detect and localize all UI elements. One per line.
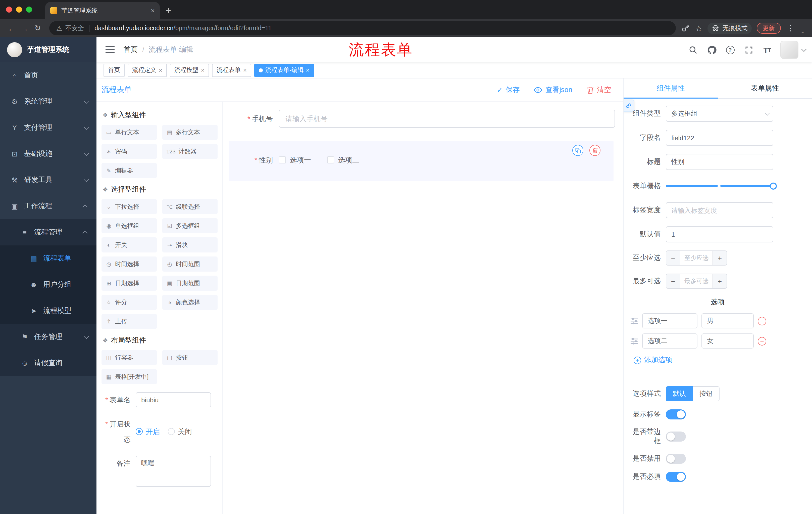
checkbox-icon[interactable] — [327, 156, 334, 163]
sidebar-item-task-management[interactable]: ⚑ 任务管理 — [0, 324, 96, 350]
palette-item[interactable]: ▦ 表格[开发中] — [102, 369, 157, 384]
decrement-button[interactable]: − — [666, 251, 680, 265]
fullscreen-icon[interactable] — [743, 44, 754, 55]
copy-component-button[interactable] — [572, 145, 583, 156]
tag-home[interactable]: 首页 — [104, 64, 125, 77]
gender-field-row[interactable]: 性别 选项一 选项二 — [229, 151, 613, 169]
increment-button[interactable]: + — [713, 251, 727, 265]
window-minimize-button[interactable] — [16, 6, 22, 12]
palette-item[interactable]: ▭ 单行文本 — [102, 125, 157, 140]
label-width-input[interactable] — [666, 202, 773, 218]
grid-slider[interactable] — [666, 178, 773, 194]
sidebar-item-home[interactable]: ⌂ 首页 — [0, 62, 96, 88]
style-button-button[interactable]: 按钮 — [692, 386, 720, 401]
default-value-input[interactable] — [666, 226, 773, 242]
palette-item[interactable]: ↥ 上传 — [102, 314, 157, 329]
user-menu[interactable] — [780, 41, 805, 59]
link-toggle-button[interactable] — [623, 100, 634, 112]
palette-item[interactable]: ▣ 日期范围 — [162, 276, 218, 291]
palette-item[interactable]: ⌥ 级联选择 — [162, 199, 218, 214]
browser-menu-icon[interactable]: ⋮ — [786, 24, 795, 33]
disabled-toggle[interactable] — [666, 454, 686, 464]
sidebar-item-process-model[interactable]: ➤ 流程模型 — [0, 298, 96, 324]
search-icon[interactable] — [687, 44, 698, 55]
sidebar-item-devtools[interactable]: ⚒ 研发工具 — [0, 167, 96, 193]
forward-icon[interactable]: → — [18, 22, 31, 35]
form-name-input[interactable] — [136, 392, 211, 407]
sidebar-item-process-form[interactable]: ▤ 流程表单 — [0, 245, 96, 272]
remark-textarea[interactable] — [136, 456, 211, 487]
option-value-input[interactable] — [701, 333, 754, 349]
reload-icon[interactable]: ↻ — [31, 22, 44, 35]
sidebar-item-user-groups[interactable]: ☻ 用户分组 — [0, 272, 96, 298]
tag-close-icon[interactable]: × — [243, 66, 247, 74]
palette-item[interactable]: ◉ 单选框组 — [102, 218, 157, 233]
palette-item[interactable]: ◷ 时间选择 — [102, 256, 157, 272]
save-button[interactable]: ✓保存 — [497, 85, 520, 94]
add-option-button[interactable]: + 添加选项 — [634, 356, 812, 364]
increment-button[interactable]: + — [713, 274, 727, 288]
gender-option-1[interactable]: 选项一 — [279, 151, 311, 169]
gender-option-2[interactable]: 选项二 — [327, 151, 359, 169]
bookmark-star-icon[interactable]: ☆ — [695, 23, 702, 33]
palette-item[interactable]: ▢ 按钮 — [162, 350, 218, 365]
border-toggle[interactable] — [666, 432, 686, 441]
status-radio-on[interactable]: 开启 — [136, 416, 160, 447]
sidebar-item-infrastructure[interactable]: ⊡ 基础设施 — [0, 141, 96, 167]
option-drag-icon[interactable] — [631, 338, 638, 344]
window-close-button[interactable] — [6, 6, 12, 12]
option-name-input[interactable] — [642, 333, 697, 349]
chrome-update-button[interactable]: 更新 — [757, 23, 781, 34]
palette-item[interactable]: ⊸ 滑块 — [162, 237, 218, 252]
tab-close-icon[interactable]: × — [151, 7, 155, 14]
sidebar-item-leave-query[interactable]: ☺ 请假查询 — [0, 350, 96, 376]
tag-close-icon[interactable]: × — [159, 66, 162, 74]
tab-form-props[interactable]: 表单属性 — [718, 78, 812, 98]
sidebar-item-payment[interactable]: ¥ 支付管理 — [0, 115, 96, 141]
sidebar-item-process-management[interactable]: ≡ 流程管理 — [0, 219, 96, 245]
palette-item[interactable]: ◑ 颜色选择 — [162, 295, 218, 310]
password-key-icon[interactable] — [681, 24, 690, 33]
breadcrumb-home[interactable]: 首页 — [124, 45, 138, 54]
option-value-input[interactable] — [701, 313, 754, 328]
window-zoom-button[interactable] — [26, 6, 32, 12]
tag-process-definition[interactable]: 流程定义× — [127, 64, 167, 77]
tag-close-icon[interactable]: × — [201, 66, 204, 74]
palette-item[interactable]: ◫ 行容器 — [102, 350, 157, 365]
required-toggle[interactable] — [666, 472, 686, 482]
palette-item[interactable]: ⊞ 日期选择 — [102, 276, 157, 291]
decrement-button[interactable]: − — [666, 274, 680, 288]
option-drag-icon[interactable] — [631, 318, 638, 324]
max-select-value[interactable]: 最多可选 — [680, 274, 713, 288]
new-tab-button[interactable]: + — [160, 2, 177, 19]
tab-component-props[interactable]: 组件属性 — [624, 78, 718, 98]
delete-component-button[interactable] — [589, 145, 601, 156]
sidebar-item-workflow[interactable]: ▣ 工作流程 — [0, 193, 96, 219]
help-icon[interactable]: ? — [725, 44, 736, 55]
phone-input[interactable] — [279, 110, 615, 128]
browser-tab[interactable]: 芋道管理系统 × — [45, 2, 160, 19]
slider-handle[interactable] — [770, 183, 777, 190]
palette-item[interactable]: ▤ 多行文本 — [162, 125, 218, 140]
status-radio-off[interactable]: 关闭 — [168, 416, 192, 447]
tag-process-form[interactable]: 流程表单× — [212, 64, 251, 77]
palette-item[interactable]: ✎ 编辑器 — [102, 163, 157, 178]
back-icon[interactable]: ← — [5, 22, 18, 35]
sidebar-item-system[interactable]: ⚙ 系统管理 — [0, 88, 96, 115]
palette-item[interactable]: ◴ 时间范围 — [162, 256, 218, 272]
palette-item[interactable]: 123 计数器 — [162, 144, 218, 159]
view-json-button[interactable]: 查看json — [534, 85, 572, 94]
address-bar[interactable]: ⚠ 不安全 dashboard.yudao.iocoder.cn /bpm/ma… — [49, 21, 676, 35]
clear-button[interactable]: 清空 — [586, 85, 611, 94]
form-canvas[interactable]: 手机号 — [223, 102, 623, 514]
remove-option-button[interactable]: − — [758, 337, 766, 345]
show-label-toggle[interactable] — [666, 409, 686, 420]
style-default-button[interactable]: 默认 — [666, 386, 693, 401]
min-select-value[interactable]: 至少应选 — [680, 251, 713, 265]
toolbar-caret-icon[interactable]: ⌄ — [801, 28, 805, 34]
selected-component-gender[interactable]: 性别 选项一 选项二 — [229, 141, 613, 181]
tag-process-model[interactable]: 流程模型× — [170, 64, 209, 77]
palette-item[interactable]: ⌄ 下拉选择 — [102, 199, 157, 214]
checkbox-icon[interactable] — [279, 156, 286, 163]
field-name-input[interactable] — [666, 130, 773, 146]
